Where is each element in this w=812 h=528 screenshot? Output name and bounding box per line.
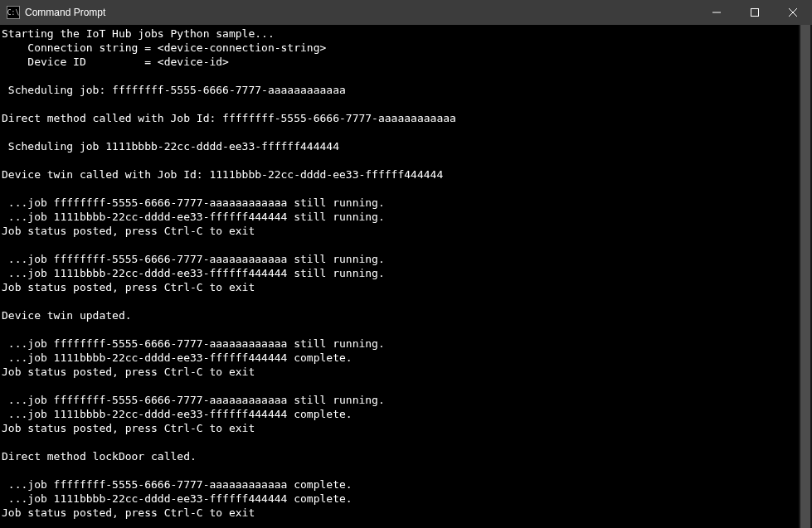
close-icon [789, 8, 797, 17]
terminal-line [2, 238, 797, 252]
minimize-button[interactable] [698, 0, 736, 25]
maximize-button[interactable] [736, 0, 774, 25]
terminal-line [2, 97, 797, 111]
terminal-line: ...job 1111bbbb-22cc-dddd-ee33-ffffff444… [2, 351, 797, 365]
terminal-line: ...job 1111bbbb-22cc-dddd-ee33-ffffff444… [2, 407, 797, 421]
cmd-icon: C:\ [7, 6, 20, 19]
close-button[interactable] [774, 0, 812, 25]
terminal-line [2, 463, 797, 477]
terminal-line: Direct method called with Job Id: ffffff… [2, 111, 797, 125]
scrollbar-thumb[interactable] [800, 25, 810, 528]
terminal-line: Starting the IoT Hub jobs Python sample.… [2, 27, 797, 41]
terminal-line [2, 435, 797, 449]
terminal-line [2, 379, 797, 393]
terminal-line: Device twin called with Job Id: 1111bbbb… [2, 167, 797, 182]
terminal-line: ...job ffffffff-5555-6666-7777-aaaaaaaaa… [2, 477, 797, 492]
terminal-line: Scheduling job: ffffffff-5555-6666-7777-… [2, 83, 797, 97]
terminal-line: ...job 1111bbbb-22cc-dddd-ee33-ffffff444… [2, 266, 797, 280]
maximize-icon [751, 8, 759, 17]
terminal-line: Job status posted, press Ctrl-C to exit [2, 421, 797, 435]
terminal-output[interactable]: Starting the IoT Hub jobs Python sample.… [0, 25, 799, 528]
window-titlebar[interactable]: C:\ Command Prompt [0, 0, 812, 25]
terminal-line: ...job 1111bbbb-22cc-dddd-ee33-ffffff444… [2, 210, 797, 224]
terminal-line: Direct method lockDoor called. [2, 449, 797, 463]
terminal-line [2, 520, 797, 528]
svg-rect-1 [751, 9, 759, 17]
terminal-line [2, 69, 797, 83]
terminal-line: ...job ffffffff-5555-6666-7777-aaaaaaaaa… [2, 196, 797, 210]
terminal-line: ...job 1111bbbb-22cc-dddd-ee33-ffffff444… [2, 492, 797, 506]
terminal-line [2, 182, 797, 196]
terminal-line: Job status posted, press Ctrl-C to exit [2, 506, 797, 520]
terminal-line: Job status posted, press Ctrl-C to exit [2, 224, 797, 238]
terminal-line [2, 322, 797, 337]
terminal-line: Job status posted, press Ctrl-C to exit [2, 280, 797, 294]
window-title: Command Prompt [25, 7, 698, 18]
terminal-line: ...job ffffffff-5555-6666-7777-aaaaaaaaa… [2, 252, 797, 266]
content-wrapper: Starting the IoT Hub jobs Python sample.… [0, 25, 812, 528]
minimize-icon [712, 8, 721, 17]
terminal-line: Device twin updated. [2, 308, 797, 322]
vertical-scrollbar[interactable] [799, 25, 812, 528]
terminal-line [2, 125, 797, 139]
terminal-line: Job status posted, press Ctrl-C to exit [2, 365, 797, 379]
terminal-line: Device ID = <device-id> [2, 55, 797, 69]
terminal-line: Connection string = <device-connection-s… [2, 41, 797, 55]
terminal-line: ...job ffffffff-5555-6666-7777-aaaaaaaaa… [2, 393, 797, 407]
terminal-line: ...job ffffffff-5555-6666-7777-aaaaaaaaa… [2, 337, 797, 351]
window-controls [698, 0, 812, 25]
terminal-line [2, 153, 797, 167]
terminal-line [2, 294, 797, 308]
terminal-line: Scheduling job 1111bbbb-22cc-dddd-ee33-f… [2, 139, 797, 153]
